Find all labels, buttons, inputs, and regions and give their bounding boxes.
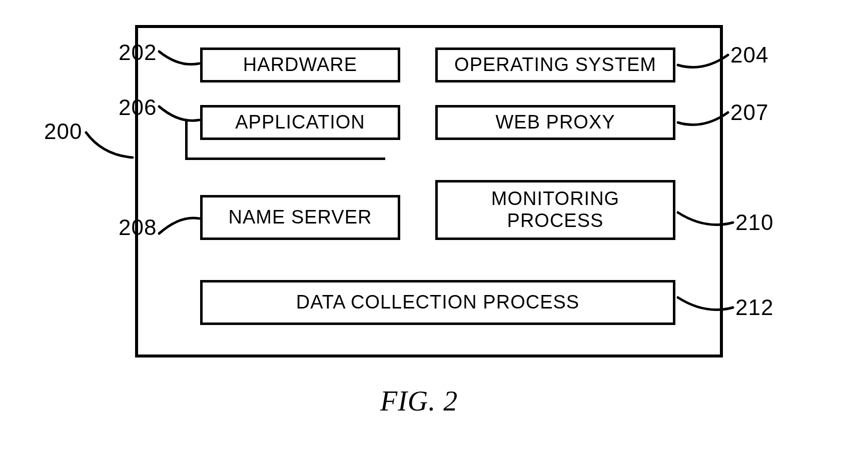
label-monitoring: MONITORING PROCESS — [491, 188, 619, 232]
block-monitoring: MONITORING PROCESS — [435, 180, 675, 240]
block-webproxy: WEB PROXY — [435, 105, 675, 140]
ref-container: 200 — [44, 119, 82, 144]
lead-monitoring — [675, 205, 738, 232]
lead-container — [80, 128, 140, 168]
lead-nameserver — [155, 212, 205, 240]
ref-nameserver: 208 — [119, 215, 157, 240]
lead-os — [675, 50, 733, 75]
ref-webproxy: 207 — [730, 100, 768, 125]
lead-webproxy — [675, 108, 733, 132]
figure-caption: FIG. 2 — [380, 385, 458, 417]
label-nameserver: NAME SERVER — [229, 206, 372, 228]
diagram-canvas: 200 HARDWARE 202 OPERATING SYSTEM 204 AP… — [0, 0, 868, 451]
block-os: OPERATING SYSTEM — [435, 48, 675, 82]
ref-datacollection: 212 — [735, 295, 773, 320]
lead-datacollection — [675, 290, 738, 318]
ref-monitoring: 210 — [735, 210, 773, 235]
label-webproxy: WEB PROXY — [495, 112, 615, 134]
ref-os: 204 — [730, 42, 768, 68]
lead-application — [155, 102, 205, 128]
block-hardware: HARDWARE — [200, 48, 400, 82]
lead-hardware — [155, 48, 205, 72]
application-stack-indicator — [185, 120, 385, 160]
label-hardware: HARDWARE — [243, 54, 357, 76]
block-datacollection: DATA COLLECTION PROCESS — [200, 280, 675, 325]
ref-hardware: 202 — [119, 40, 157, 65]
ref-application: 206 — [119, 95, 157, 120]
label-os: OPERATING SYSTEM — [454, 54, 656, 76]
label-datacollection: DATA COLLECTION PROCESS — [296, 292, 579, 314]
block-nameserver: NAME SERVER — [200, 195, 400, 240]
